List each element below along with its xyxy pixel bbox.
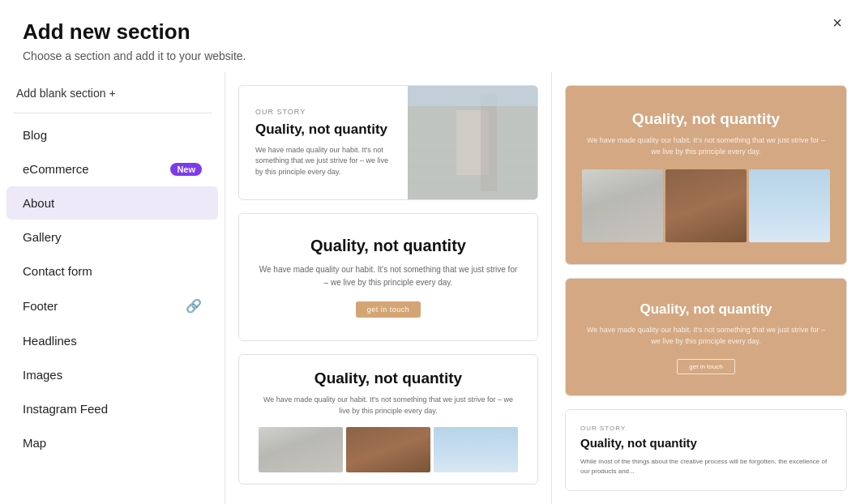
card1-desc: We have made quality our habit. It's not… (255, 145, 391, 178)
card3-image-3 (434, 427, 518, 472)
sidebar-item-footer[interactable]: Footer 🔗 (6, 288, 218, 323)
card1-inner: OUR STORY Quality, not quantity We have … (239, 86, 537, 199)
card1-text: OUR STORY Quality, not quantity We have … (239, 86, 408, 199)
preview-card-about-2[interactable]: Quality, not quantity We have made quali… (238, 213, 538, 341)
sidebar-item-blog[interactable]: Blog (6, 118, 218, 152)
sidebar-item-ecommerce[interactable]: eCommerce New (6, 152, 218, 186)
rcard1-title: Quality, not quantity (582, 110, 830, 128)
modal-body: Add blank section + Blog eCommerce New A… (0, 72, 860, 504)
preview-card-about-3[interactable]: Quality, not quantity We have made quali… (238, 354, 538, 485)
rcard1-image-3 (749, 169, 830, 242)
svg-rect-9 (481, 94, 497, 191)
rcard1-image-2 (665, 169, 747, 242)
sidebar-item-contact-form[interactable]: Contact form (6, 254, 218, 288)
sidebar: Add blank section + Blog eCommerce New A… (0, 72, 225, 504)
rcard3-inner: OUR STORY Quality, not quantity While mo… (566, 410, 846, 491)
card1-label: OUR STORY (255, 108, 391, 116)
sidebar-item-label: Gallery (23, 230, 62, 244)
modal-container: Add new section Choose a section and add… (0, 0, 860, 504)
preview-card-about-r2[interactable]: Quality, not quantity We have made quali… (565, 278, 847, 396)
new-badge: New (170, 163, 202, 176)
sidebar-item-label: Footer (23, 299, 58, 313)
left-preview-column: OUR STORY Quality, not quantity We have … (225, 72, 552, 504)
sidebar-item-label: About (23, 196, 54, 210)
rcard1-inner: Quality, not quantity We have made quali… (566, 86, 846, 265)
card3-title: Quality, not quantity (259, 369, 518, 387)
modal-header: Add new section Choose a section and add… (0, 0, 860, 72)
rcard2-title: Quality, not quantity (640, 301, 772, 318)
sidebar-item-gallery[interactable]: Gallery (6, 220, 218, 254)
sidebar-item-label: Images (23, 368, 62, 382)
sidebar-item-label: Contact form (23, 264, 92, 278)
modal-title: Add new section (23, 19, 837, 45)
add-blank-section-button[interactable]: Add blank section + (0, 79, 225, 108)
preview-card-about-1[interactable]: OUR STORY Quality, not quantity We have … (238, 85, 538, 200)
sidebar-item-instagram-feed[interactable]: Instagram Feed (6, 392, 218, 425)
card3-desc: We have made quality our habit. It's not… (259, 394, 518, 417)
modal-subtitle: Choose a section and add it to your webs… (23, 49, 837, 62)
rcard1-desc: We have made quality our habit. It's not… (582, 135, 830, 158)
content-area: OUR STORY Quality, not quantity We have … (225, 72, 860, 504)
card1-image (408, 86, 537, 199)
sidebar-item-label: Map (23, 436, 46, 450)
card1-title: Quality, not quantity (255, 121, 391, 139)
rcard1-images (582, 169, 830, 242)
rcard2-cta-button: get in touch (677, 359, 734, 374)
rcard2-inner: Quality, not quantity We have made quali… (566, 279, 846, 396)
rcard3-label: OUR STORY (580, 425, 832, 432)
sidebar-item-about[interactable]: About (6, 186, 218, 220)
sidebar-item-images[interactable]: Images (6, 358, 218, 391)
rcard3-desc: While most of the things about the creat… (580, 457, 832, 476)
right-preview-column: Quality, not quantity We have made quali… (552, 72, 860, 504)
sidebar-divider (13, 113, 212, 113)
sidebar-item-label: Blog (23, 128, 47, 142)
card3-images (259, 427, 518, 472)
sidebar-item-label: Instagram Feed (23, 402, 108, 416)
sidebar-item-map[interactable]: Map (6, 426, 218, 459)
close-button[interactable]: × (826, 11, 849, 34)
preview-card-about-r1[interactable]: Quality, not quantity We have made quali… (565, 85, 847, 265)
card3-inner: Quality, not quantity We have made quali… (239, 355, 537, 484)
link-icon: 🔗 (186, 298, 202, 314)
card3-image-1 (259, 427, 343, 472)
sidebar-item-headlines[interactable]: Headlines (6, 324, 218, 357)
card2-inner: Quality, not quantity We have made quali… (239, 214, 537, 340)
rcard1-image-1 (582, 169, 663, 242)
rcard3-text: OUR STORY Quality, not quantity While mo… (580, 425, 832, 477)
rcard2-desc: We have made quality our habit. It's not… (582, 324, 830, 348)
card3-image-2 (346, 427, 430, 472)
sidebar-item-label: Headlines (23, 334, 77, 348)
card2-desc: We have made quality our habit. It's not… (259, 263, 518, 289)
rcard3-title: Quality, not quantity (580, 435, 832, 451)
svg-rect-10 (408, 86, 537, 106)
card2-cta-button: get in touch (356, 301, 421, 318)
sidebar-item-label: eCommerce (23, 162, 89, 176)
card2-title: Quality, not quantity (259, 237, 518, 255)
preview-card-about-r3[interactable]: OUR STORY Quality, not quantity While mo… (565, 409, 847, 491)
